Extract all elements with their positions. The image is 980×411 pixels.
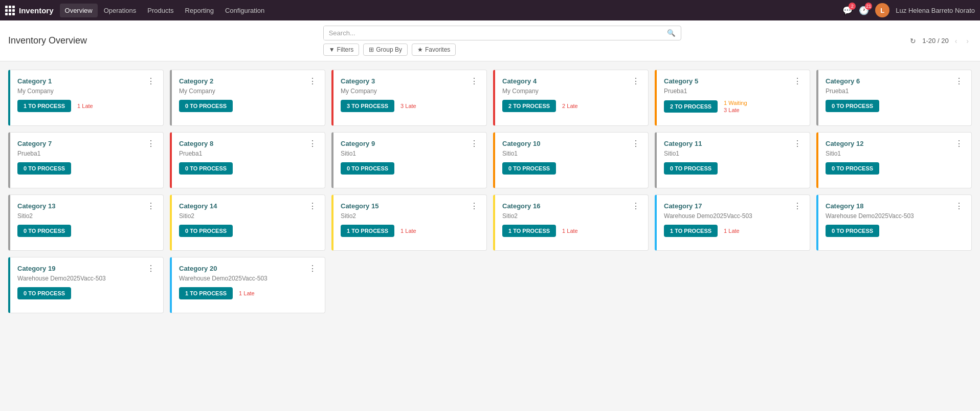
card-title: Category 10 — [502, 140, 540, 147]
groupby-button[interactable]: ⊞ Group By — [363, 44, 408, 56]
card-menu-button[interactable]: ⋮ — [954, 140, 964, 148]
card-menu-button[interactable]: ⋮ — [146, 77, 156, 85]
late-info: 1 Late — [724, 228, 740, 234]
page-title: Inventory Overview — [8, 35, 87, 46]
card-title: Category 4 — [502, 77, 537, 85]
card-subtitle: Sitio1 — [664, 150, 803, 157]
card-16: Category 16 ⋮ Sitio2 1 TO PROCESS 1 Late — [493, 194, 649, 251]
clock-icon[interactable]: 🕐 21 — [859, 6, 869, 15]
late-info: 2 Late — [562, 103, 578, 109]
process-button[interactable]: 3 TO PROCESS — [341, 100, 394, 112]
process-button[interactable]: 0 TO PROCESS — [664, 162, 718, 175]
card-header: Category 2 ⋮ — [179, 77, 318, 85]
process-button[interactable]: 0 TO PROCESS — [17, 225, 71, 237]
process-button[interactable]: 0 TO PROCESS — [826, 162, 879, 175]
card-header: Category 11 ⋮ — [664, 140, 803, 148]
favorites-label: Favorites — [425, 46, 450, 53]
card-menu-button[interactable]: ⋮ — [469, 77, 479, 85]
process-button[interactable]: 2 TO PROCESS — [664, 100, 718, 113]
process-button[interactable]: 0 TO PROCESS — [17, 162, 71, 175]
navbar-menu: OverviewOperationsProductsReportingConfi… — [60, 4, 841, 17]
card-17: Category 17 ⋮ Warehouse Demo2025Vacc-503… — [655, 194, 810, 251]
card-info: 1 Late — [77, 103, 93, 109]
process-button[interactable]: 0 TO PROCESS — [179, 225, 233, 237]
process-button[interactable]: 1 TO PROCESS — [17, 100, 71, 112]
card-subtitle: Warehouse Demo2025Vacc-503 — [664, 212, 803, 220]
card-menu-button[interactable]: ⋮ — [307, 265, 318, 273]
card-body: 1 TO PROCESS 1 Late — [341, 225, 479, 237]
groupby-icon: ⊞ — [369, 46, 374, 53]
process-button[interactable]: 1 TO PROCESS — [341, 225, 394, 237]
card-menu-button[interactable]: ⋮ — [146, 202, 156, 210]
search-input[interactable] — [324, 26, 662, 40]
navbar-item-reporting[interactable]: Reporting — [180, 4, 219, 17]
cards-grid: Category 1 ⋮ My Company 1 TO PROCESS 1 L… — [8, 70, 972, 313]
late-info: 1 Late — [400, 228, 416, 234]
chat-icon[interactable]: 💬 2 — [842, 6, 853, 15]
filters-button[interactable]: ▼ Filters — [323, 44, 360, 56]
card-title: Category 13 — [17, 202, 55, 210]
card-menu-button[interactable]: ⋮ — [307, 77, 318, 85]
process-button[interactable]: 1 TO PROCESS — [664, 225, 718, 237]
navbar-item-products[interactable]: Products — [142, 4, 179, 17]
card-menu-button[interactable]: ⋮ — [469, 202, 479, 210]
card-body: 0 TO PROCESS — [17, 162, 156, 175]
card-menu-button[interactable]: ⋮ — [307, 140, 318, 148]
process-button[interactable]: 0 TO PROCESS — [826, 225, 879, 237]
process-button[interactable]: 0 TO PROCESS — [826, 100, 879, 112]
card-menu-button[interactable]: ⋮ — [631, 140, 641, 148]
card-subtitle: Sitio2 — [179, 212, 318, 220]
card-subtitle: Prueba1 — [826, 88, 964, 95]
process-button[interactable]: 1 TO PROCESS — [502, 225, 556, 237]
process-button[interactable]: 0 TO PROCESS — [179, 100, 233, 112]
navbar-item-operations[interactable]: Operations — [99, 4, 142, 17]
card-title: Category 17 — [664, 202, 702, 210]
card-menu-button[interactable]: ⋮ — [307, 202, 318, 210]
card-menu-button[interactable]: ⋮ — [792, 77, 803, 85]
navbar-item-configuration[interactable]: Configuration — [220, 4, 270, 17]
card-menu-button[interactable]: ⋮ — [792, 202, 803, 210]
card-body: 0 TO PROCESS — [502, 162, 641, 175]
card-11: Category 11 ⋮ Sitio1 0 TO PROCESS — [655, 132, 810, 188]
card-menu-button[interactable]: ⋮ — [792, 140, 803, 148]
favorites-button[interactable]: ★ Favorites — [412, 44, 456, 56]
search-button[interactable]: 🔍 — [662, 26, 681, 40]
star-icon: ★ — [417, 46, 423, 53]
card-header: Category 17 ⋮ — [664, 202, 803, 210]
user-name[interactable]: Luz Helena Barreto Norato — [896, 7, 975, 14]
navbar: Inventory OverviewOperationsProductsRepo… — [0, 0, 980, 20]
card-7: Category 7 ⋮ Prueba1 0 TO PROCESS — [8, 132, 164, 188]
process-button[interactable]: 1 TO PROCESS — [179, 287, 233, 299]
card-menu-button[interactable]: ⋮ — [469, 140, 479, 148]
process-button[interactable]: 2 TO PROCESS — [502, 100, 556, 112]
pagination-info: 1-20 / 20 — [922, 37, 948, 45]
card-menu-button[interactable]: ⋮ — [631, 77, 641, 85]
card-menu-button[interactable]: ⋮ — [146, 140, 156, 148]
card-body: 3 TO PROCESS 3 Late — [341, 100, 479, 112]
card-menu-button[interactable]: ⋮ — [146, 265, 156, 273]
next-page-button[interactable]: › — [963, 36, 972, 46]
card-subtitle: Sitio2 — [17, 212, 156, 220]
card-menu-button[interactable]: ⋮ — [954, 202, 964, 210]
card-title: Category 11 — [664, 140, 702, 147]
card-menu-button[interactable]: ⋮ — [631, 202, 641, 210]
navbar-item-overview[interactable]: Overview — [60, 4, 98, 17]
late-info: 3 Late — [400, 103, 416, 109]
filters-label: Filters — [337, 46, 354, 53]
process-button[interactable]: 0 TO PROCESS — [502, 162, 556, 175]
app-logo[interactable]: Inventory — [5, 6, 54, 15]
refresh-button[interactable]: ↻ — [907, 36, 919, 46]
prev-page-button[interactable]: ‹ — [952, 36, 961, 46]
user-avatar[interactable]: L — [875, 3, 889, 17]
card-2: Category 2 ⋮ My Company 0 TO PROCESS — [170, 70, 325, 126]
process-button[interactable]: 0 TO PROCESS — [17, 287, 71, 299]
card-title: Category 12 — [826, 140, 863, 147]
card-menu-button[interactable]: ⋮ — [954, 77, 964, 85]
card-header: Category 8 ⋮ — [179, 140, 318, 148]
process-button[interactable]: 0 TO PROCESS — [179, 162, 233, 175]
card-body: 1 TO PROCESS 1 Late — [502, 225, 641, 237]
chat-badge: 2 — [849, 3, 856, 10]
process-button[interactable]: 0 TO PROCESS — [341, 162, 394, 175]
card-header: Category 20 ⋮ — [179, 265, 318, 273]
app-name: Inventory — [19, 6, 54, 15]
